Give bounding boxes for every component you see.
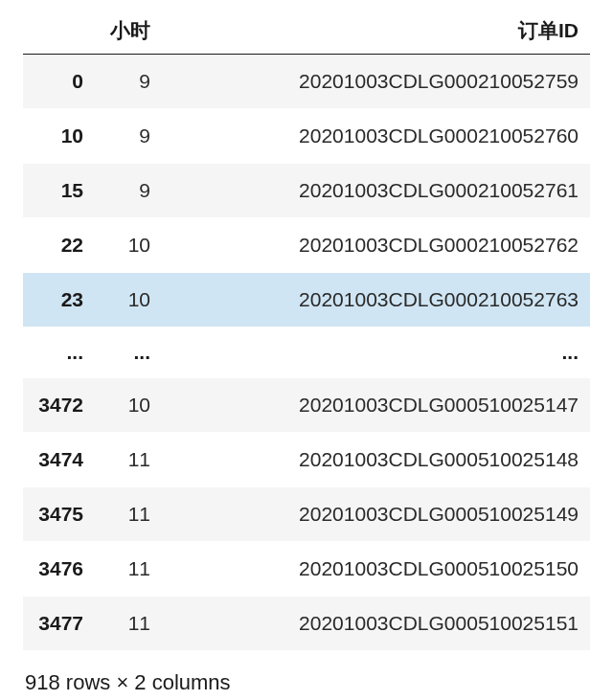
dataframe-table: 小时 订单ID 0920201003CDLG000210052759109202… [23, 8, 590, 651]
header-index [23, 8, 95, 55]
table-header-row: 小时 订单ID [23, 8, 590, 55]
table-row: 10920201003CDLG000210052760 [23, 109, 590, 164]
cell-order-id: ... [162, 327, 590, 378]
cell-order-id: 20201003CDLG000210052762 [162, 218, 590, 273]
cell-hour: 11 [95, 487, 162, 542]
cell-index: ... [23, 327, 95, 378]
cell-index: 0 [23, 55, 95, 109]
cell-hour: 10 [95, 218, 162, 273]
table-row: 15920201003CDLG000210052761 [23, 164, 590, 218]
cell-index: 3474 [23, 433, 95, 487]
table-row: 34761120201003CDLG000510025150 [23, 542, 590, 597]
cell-order-id: 20201003CDLG000510025149 [162, 487, 590, 542]
cell-index: 23 [23, 273, 95, 327]
cell-index: 3476 [23, 542, 95, 597]
cell-hour: 10 [95, 273, 162, 327]
cell-index: 3472 [23, 378, 95, 433]
cell-order-id: 20201003CDLG000510025150 [162, 542, 590, 597]
cell-order-id: 20201003CDLG000210052763 [162, 273, 590, 327]
cell-hour: 10 [95, 378, 162, 433]
cell-hour: ... [95, 327, 162, 378]
cell-order-id: 20201003CDLG000210052760 [162, 109, 590, 164]
table-row: 34721020201003CDLG000510025147 [23, 378, 590, 433]
cell-hour: 11 [95, 433, 162, 487]
table-row: 34771120201003CDLG000510025151 [23, 597, 590, 651]
cell-order-id: 20201003CDLG000510025147 [162, 378, 590, 433]
cell-index: 3477 [23, 597, 95, 651]
cell-order-id: 20201003CDLG000510025148 [162, 433, 590, 487]
header-hour: 小时 [95, 8, 162, 55]
cell-index: 10 [23, 109, 95, 164]
cell-hour: 9 [95, 164, 162, 218]
table-row: 231020201003CDLG000210052763 [23, 273, 590, 327]
table-row: 0920201003CDLG000210052759 [23, 55, 590, 109]
cell-hour: 11 [95, 597, 162, 651]
dataframe-summary: 918 rows × 2 columns [23, 670, 590, 695]
cell-order-id: 20201003CDLG000210052759 [162, 55, 590, 109]
table-body: 0920201003CDLG00021005275910920201003CDL… [23, 55, 590, 651]
cell-index: 15 [23, 164, 95, 218]
table-row: 221020201003CDLG000210052762 [23, 218, 590, 273]
header-order-id: 订单ID [162, 8, 590, 55]
table-row: 34741120201003CDLG000510025148 [23, 433, 590, 487]
cell-hour: 9 [95, 55, 162, 109]
cell-order-id: 20201003CDLG000210052761 [162, 164, 590, 218]
cell-index: 22 [23, 218, 95, 273]
cell-index: 3475 [23, 487, 95, 542]
cell-hour: 11 [95, 542, 162, 597]
cell-hour: 9 [95, 109, 162, 164]
table-row: ......... [23, 327, 590, 378]
table-row: 34751120201003CDLG000510025149 [23, 487, 590, 542]
cell-order-id: 20201003CDLG000510025151 [162, 597, 590, 651]
